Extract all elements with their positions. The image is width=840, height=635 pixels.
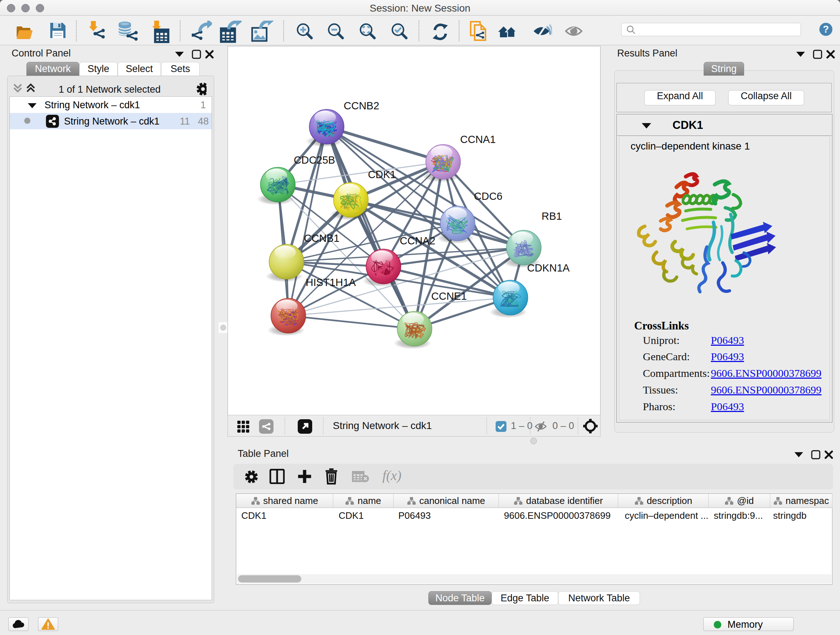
svg-text:CDKN1A: CDKN1A <box>527 262 570 274</box>
svg-text:HIST1H1A: HIST1H1A <box>306 277 356 288</box>
svg-text:CCNA2: CCNA2 <box>400 235 435 247</box>
svg-text:CDC25B: CDC25B <box>294 154 335 166</box>
svg-text:?: ? <box>823 24 829 35</box>
svg-text:1 of 1 Network selected: 1 of 1 Network selected <box>58 84 161 95</box>
svg-text:CCNB1: CCNB1 <box>304 233 339 244</box>
svg-text:CDK1: CDK1 <box>368 169 396 180</box>
svg-text:CCNE1: CCNE1 <box>431 290 467 302</box>
svg-text:CCNA1: CCNA1 <box>460 134 496 145</box>
svg-text:RB1: RB1 <box>542 211 562 222</box>
svg-text:CCNB2: CCNB2 <box>344 100 379 111</box>
svg-text:CDC6: CDC6 <box>474 190 502 202</box>
